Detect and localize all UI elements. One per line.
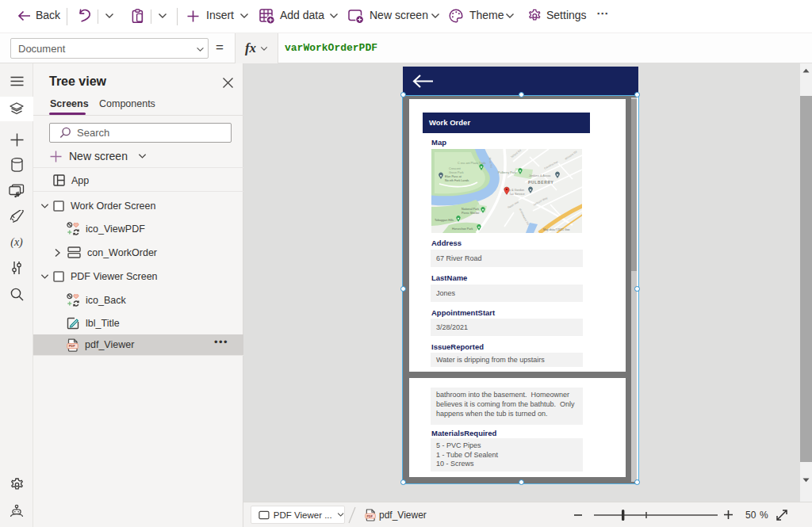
svg-text:PDF: PDF: [69, 344, 76, 348]
svg-text:PDF: PDF: [367, 515, 373, 518]
